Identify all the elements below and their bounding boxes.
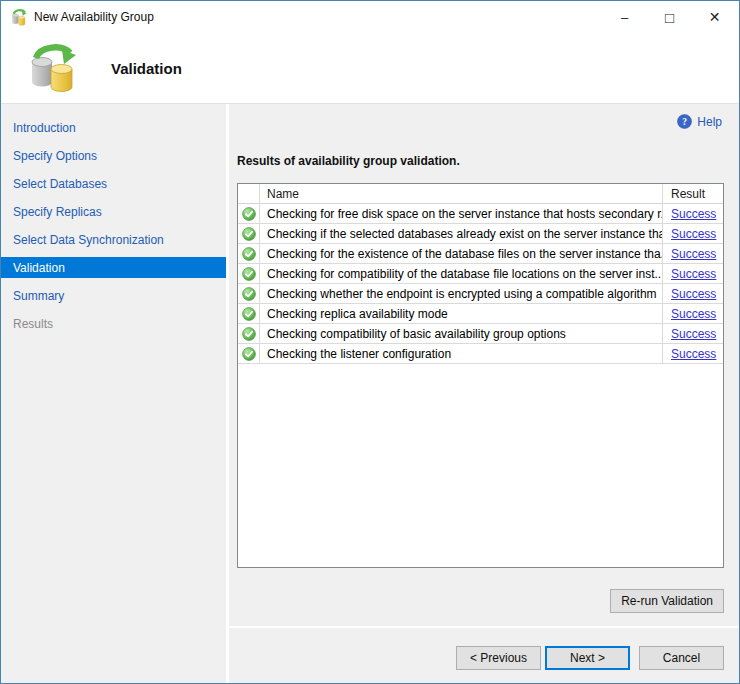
sidebar-item-introduction[interactable]: Introduction bbox=[1, 114, 226, 142]
next-button[interactable]: Next > bbox=[545, 646, 630, 670]
table-row[interactable]: Checking if the selected databases alrea… bbox=[238, 224, 723, 244]
success-check-icon bbox=[238, 264, 260, 283]
help-icon: ? bbox=[677, 114, 692, 129]
check-name: Checking replica availability mode bbox=[260, 304, 663, 323]
result-link[interactable]: Success bbox=[671, 267, 716, 281]
wizard-banner: Validation bbox=[1, 33, 739, 103]
sidebar-item-validation[interactable]: Validation bbox=[1, 257, 226, 278]
validation-results-table: Name Result Checking for free disk space… bbox=[237, 183, 724, 568]
wizard-body: Introduction Specify Options Select Data… bbox=[1, 103, 739, 683]
cancel-button[interactable]: Cancel bbox=[639, 646, 724, 670]
result-link[interactable]: Success bbox=[671, 347, 716, 361]
success-check-icon bbox=[238, 304, 260, 323]
help-label: Help bbox=[697, 115, 722, 129]
window-title: New Availability Group bbox=[34, 10, 154, 24]
table-row[interactable]: Checking compatibility of basic availabi… bbox=[238, 324, 723, 344]
table-row[interactable]: Checking for compatibility of the databa… bbox=[238, 264, 723, 284]
table-header: Name Result bbox=[238, 184, 723, 204]
validation-content: ? Help Results of availability group val… bbox=[229, 104, 739, 683]
check-name: Checking if the selected databases alrea… bbox=[260, 224, 663, 243]
check-name: Checking whether the endpoint is encrypt… bbox=[260, 284, 663, 303]
table-row[interactable]: Checking the listener configuration Succ… bbox=[238, 344, 723, 364]
results-caption: Results of availability group validation… bbox=[237, 154, 460, 168]
result-link[interactable]: Success bbox=[671, 227, 716, 241]
footer-divider bbox=[229, 626, 739, 628]
help-link[interactable]: ? Help bbox=[677, 114, 722, 129]
success-check-icon bbox=[238, 284, 260, 303]
check-name: Checking for the existence of the databa… bbox=[260, 244, 663, 263]
availability-group-icon bbox=[10, 9, 27, 26]
sidebar-item-select-data-synchronization[interactable]: Select Data Synchronization bbox=[1, 226, 226, 254]
page-title: Validation bbox=[111, 60, 182, 77]
success-check-icon bbox=[238, 344, 260, 363]
check-name: Checking compatibility of basic availabi… bbox=[260, 324, 663, 343]
table-row[interactable]: Checking for the existence of the databa… bbox=[238, 244, 723, 264]
result-link[interactable]: Success bbox=[671, 327, 716, 341]
sidebar-item-select-databases[interactable]: Select Databases bbox=[1, 170, 226, 198]
footer-buttons: < Previous Next > Cancel bbox=[456, 646, 724, 670]
result-link[interactable]: Success bbox=[671, 207, 716, 221]
success-check-icon bbox=[238, 244, 260, 263]
new-availability-group-wizard: New Availability Group – □ ✕ Validation … bbox=[0, 0, 740, 684]
sidebar-item-results: Results bbox=[1, 310, 226, 338]
success-check-icon bbox=[238, 224, 260, 243]
wizard-steps-sidebar: Introduction Specify Options Select Data… bbox=[1, 104, 229, 683]
table-empty-area bbox=[238, 364, 723, 567]
name-column-header[interactable]: Name bbox=[260, 184, 663, 203]
result-column-header[interactable]: Result bbox=[663, 184, 723, 203]
title-bar: New Availability Group – □ ✕ bbox=[1, 1, 739, 33]
result-link[interactable]: Success bbox=[671, 247, 716, 261]
table-row[interactable]: Checking for free disk space on the serv… bbox=[238, 204, 723, 224]
availability-group-banner-icon bbox=[27, 43, 77, 93]
check-name: Checking for free disk space on the serv… bbox=[260, 204, 663, 223]
previous-button[interactable]: < Previous bbox=[456, 646, 541, 670]
table-row[interactable]: Checking whether the endpoint is encrypt… bbox=[238, 284, 723, 304]
sidebar-item-summary[interactable]: Summary bbox=[1, 282, 226, 310]
success-check-icon bbox=[238, 204, 260, 223]
sidebar-item-specify-options[interactable]: Specify Options bbox=[1, 142, 226, 170]
close-button[interactable]: ✕ bbox=[692, 1, 737, 33]
minimize-button[interactable]: – bbox=[602, 1, 647, 33]
result-link[interactable]: Success bbox=[671, 287, 716, 301]
maximize-button[interactable]: □ bbox=[647, 1, 692, 33]
check-name: Checking the listener configuration bbox=[260, 344, 663, 363]
check-name: Checking for compatibility of the databa… bbox=[260, 264, 663, 283]
rerun-validation-button[interactable]: Re-run Validation bbox=[610, 589, 724, 613]
icon-column-header bbox=[238, 184, 260, 203]
success-check-icon bbox=[238, 324, 260, 343]
result-link[interactable]: Success bbox=[671, 307, 716, 321]
svg-text:?: ? bbox=[682, 117, 687, 127]
table-row[interactable]: Checking replica availability mode Succe… bbox=[238, 304, 723, 324]
sidebar-item-specify-replicas[interactable]: Specify Replicas bbox=[1, 198, 226, 226]
